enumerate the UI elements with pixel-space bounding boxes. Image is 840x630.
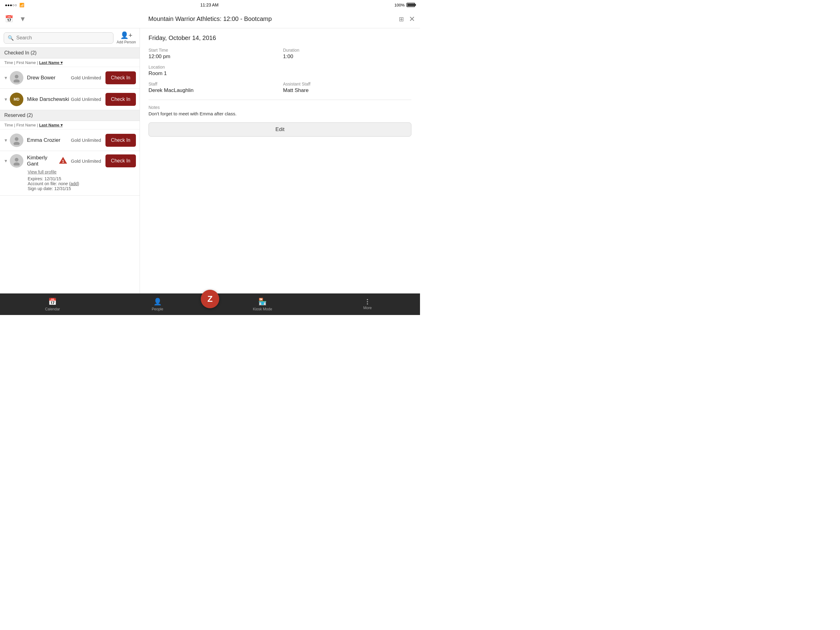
mike-darschewski-name: Mike Darschewski [27, 96, 71, 103]
assistant-staff-label: Assistant Staff [283, 82, 412, 86]
chevron-mike-darschewski[interactable]: ▼ [4, 97, 8, 102]
center-logo-label: Z [207, 294, 212, 304]
emma-crozier-membership: Gold Unlimited [71, 138, 101, 143]
kimberly-gant-signup: Sign up date: 12/31/15 [28, 186, 136, 191]
status-bar-time: 11:23 AM [200, 2, 218, 7]
avatar-drew-bower [10, 71, 24, 85]
reserved-sort-row[interactable]: Time | First Name | Last Name ▾ [0, 121, 140, 130]
start-time-cell: Start Time 12:00 pm [148, 47, 277, 60]
location-value: Room 1 [148, 70, 277, 77]
duration-value: 1:00 [283, 54, 412, 60]
svg-point-0 [15, 75, 19, 78]
filter-icon[interactable]: ▼ [19, 15, 26, 23]
wifi-icon: 📶 [19, 3, 24, 7]
checked-in-sort-row[interactable]: Time | First Name | Last Name ▾ [0, 59, 140, 67]
duration-label: Duration [283, 47, 412, 52]
start-time-value: 12:00 pm [148, 54, 277, 60]
notes-value: Don't forget to meet with Emma after cla… [148, 111, 411, 116]
calendar-icon[interactable]: 📅 [5, 15, 13, 23]
event-date: Friday, October 14, 2016 [148, 35, 411, 41]
status-bar-left: ●●●○○ 📶 [5, 3, 24, 7]
drew-bower-name: Drew Bower [27, 75, 71, 81]
kiosk-tab-label: Kiosk Mode [253, 307, 272, 311]
person-row-emma-crozier: ▼ Emma Crozier Gold Unlimited Check In [0, 130, 140, 151]
warning-badge: 1 [58, 156, 68, 166]
close-icon[interactable]: ✕ [409, 15, 415, 24]
duration-cell: Duration 1:00 [283, 47, 412, 60]
staff-value: Derek MacLaughlin [148, 87, 277, 93]
nav-bar-right: ⊞ ✕ [378, 15, 415, 24]
center-logo-button[interactable]: Z [201, 290, 219, 308]
avatar-mike-darschewski: MD [10, 93, 24, 106]
nav-bar-left: 📅 ▼ [5, 15, 42, 23]
battery-icon [406, 3, 415, 7]
search-icon: 🔍 [8, 35, 14, 41]
search-container: 🔍 👤+ Add Person [0, 28, 140, 47]
search-input-wrap: 🔍 [4, 32, 114, 44]
tab-more[interactable]: More [315, 299, 420, 310]
svg-point-1 [14, 79, 20, 82]
tab-bar: 📅 Calendar 👤 People Z 🏪 Kiosk Mode More [0, 293, 420, 315]
edit-button[interactable]: Edit [148, 122, 411, 136]
kimberly-gant-name: Kimberly Gant [27, 155, 59, 167]
nav-bar: 📅 ▼ Mountain Warrior Athletics: 12:00 - … [0, 10, 420, 28]
sort-last-name[interactable]: Last Name ▾ [39, 60, 62, 65]
emma-crozier-name: Emma Crozier [27, 137, 71, 143]
kimberly-gant-expanded-detail: View full profile Expires: 12/31/15 Acco… [4, 169, 136, 191]
tab-people[interactable]: 👤 People [105, 298, 210, 311]
location-label: Location [148, 65, 277, 70]
location-cell: Location Room 1 [148, 65, 277, 77]
chevron-drew-bower[interactable]: ▼ [4, 75, 8, 80]
search-input[interactable] [16, 35, 109, 41]
kimberly-gant-membership: Gold Unlimited [71, 158, 101, 164]
checked-in-section-header: Checked In (2) [0, 47, 140, 59]
chevron-emma-crozier[interactable]: ▼ [4, 138, 8, 143]
check-in-button-emma-crozier[interactable]: Check In [106, 134, 136, 147]
more-tab-icon [367, 299, 368, 304]
check-in-button-kimberly-gant[interactable]: Check In [106, 154, 136, 167]
tab-calendar[interactable]: 📅 Calendar [0, 298, 105, 311]
left-panel: 🔍 👤+ Add Person Checked In (2) Time | Fi… [0, 28, 140, 293]
people-tab-icon: 👤 [153, 298, 162, 306]
add-person-icon: 👤+ [120, 32, 133, 40]
calendar-tab-label: Calendar [45, 307, 60, 311]
chevron-kimberly-gant[interactable]: ▼ [4, 158, 8, 163]
mike-darschewski-membership: Gold Unlimited [71, 97, 101, 102]
svg-point-2 [15, 137, 19, 141]
sort-last-name-reserved[interactable]: Last Name ▾ [39, 123, 62, 127]
add-account-link[interactable]: add [70, 181, 77, 186]
status-bar: ●●●○○ 📶 11:23 AM 100% [0, 0, 420, 10]
kimberly-gant-account: Account on file: none (add) [28, 181, 136, 186]
check-in-button-drew-bower[interactable]: Check In [106, 71, 136, 84]
grid-icon[interactable]: ⊞ [399, 15, 404, 23]
view-full-profile-link[interactable]: View full profile [28, 169, 136, 174]
avatar-kimberly-gant [10, 154, 24, 168]
svg-text:1: 1 [62, 159, 64, 164]
calendar-tab-icon: 📅 [48, 298, 57, 306]
assistant-staff-cell: Assistant Staff Matt Share [283, 82, 412, 93]
people-tab-label: People [152, 307, 163, 311]
assistant-staff-value: Matt Share [283, 87, 412, 93]
notes-label: Notes [148, 105, 411, 110]
avatar-emma-crozier [10, 133, 24, 147]
svg-point-5 [14, 162, 20, 166]
nav-bar-title: Mountain Warrior Athletics: 12:00 - Boot… [42, 15, 378, 22]
add-person-label: Add Person [117, 40, 136, 44]
kiosk-tab-icon: 🏪 [258, 298, 267, 306]
person-row-drew-bower: ▼ Drew Bower Gold Unlimited Check In [0, 67, 140, 89]
divider [148, 100, 411, 100]
reserved-section-header: Reserved (2) [0, 110, 140, 121]
staff-cell: Staff Derek MacLaughlin [148, 82, 277, 93]
add-person-button[interactable]: 👤+ Add Person [117, 32, 136, 44]
tab-kiosk[interactable]: 🏪 Kiosk Mode [210, 298, 315, 311]
person-row-mike-darschewski: ▼ MD Mike Darschewski Gold Unlimited Che… [0, 89, 140, 110]
status-bar-right: 100% [395, 3, 415, 7]
warning-triangle-icon: 1 [58, 156, 68, 164]
more-tab-label: More [363, 306, 372, 310]
battery-percent: 100% [395, 3, 405, 7]
person-row-kimberly-gant: ▼ Kimberly Gant 1 Gold Unlimited Check I… [0, 151, 140, 196]
right-panel: Friday, October 14, 2016 Start Time 12:0… [140, 28, 420, 293]
kimberly-gant-expires: Expires: 12/31/15 [28, 176, 136, 181]
staff-label: Staff [148, 82, 277, 86]
check-in-button-mike-darschewski[interactable]: Check In [106, 93, 136, 106]
